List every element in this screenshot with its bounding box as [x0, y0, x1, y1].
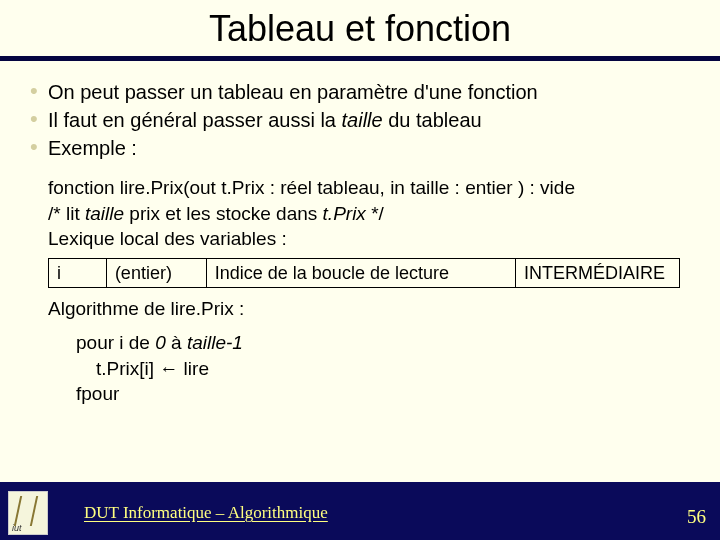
algo-line: pour i de 0 à taille-1	[76, 330, 696, 356]
slide-title: Tableau et fonction	[0, 8, 720, 56]
page-number: 56	[687, 506, 706, 528]
algo-line: t.Prix[i] ← lire	[76, 356, 696, 382]
content-area: On peut passer un tableau en paramètre d…	[0, 61, 720, 482]
function-block: fonction lire.Prix(out t.Prix : réel tab…	[48, 175, 696, 407]
lex-type: (entier)	[106, 258, 206, 287]
algorithm-block: pour i de 0 à taille-1 t.Prix[i] ← lire …	[76, 330, 696, 407]
bullet-item: Exemple :	[30, 135, 696, 161]
bullet-item: On peut passer un tableau en paramètre d…	[30, 79, 696, 105]
function-comment: /* lit taille prix et les stocke dans t.…	[48, 201, 696, 227]
algo-label: Algorithme de lire.Prix :	[48, 296, 696, 322]
function-signature: fonction lire.Prix(out t.Prix : réel tab…	[48, 175, 696, 201]
logo-icon	[8, 491, 48, 535]
lex-desc: Indice de la boucle de lecture	[206, 258, 515, 287]
slide: Tableau et fonction On peut passer un ta…	[0, 0, 720, 540]
lexique-table: i (entier) Indice de la boucle de lectur…	[48, 258, 680, 288]
lex-var: i	[49, 258, 107, 287]
lex-role: INTERMÉDIAIRE	[516, 258, 680, 287]
bullet-item: Il faut en général passer aussi la taill…	[30, 107, 696, 133]
bullet-list: On peut passer un tableau en paramètre d…	[30, 79, 696, 161]
footer-text: DUT Informatique – Algorithmique	[84, 503, 328, 523]
footer: DUT Informatique – Algorithmique 56	[0, 486, 720, 540]
table-row: i (entier) Indice de la boucle de lectur…	[49, 258, 680, 287]
algo-line: fpour	[76, 381, 696, 407]
title-area: Tableau et fonction	[0, 0, 720, 56]
lexique-label: Lexique local des variables :	[48, 226, 696, 252]
